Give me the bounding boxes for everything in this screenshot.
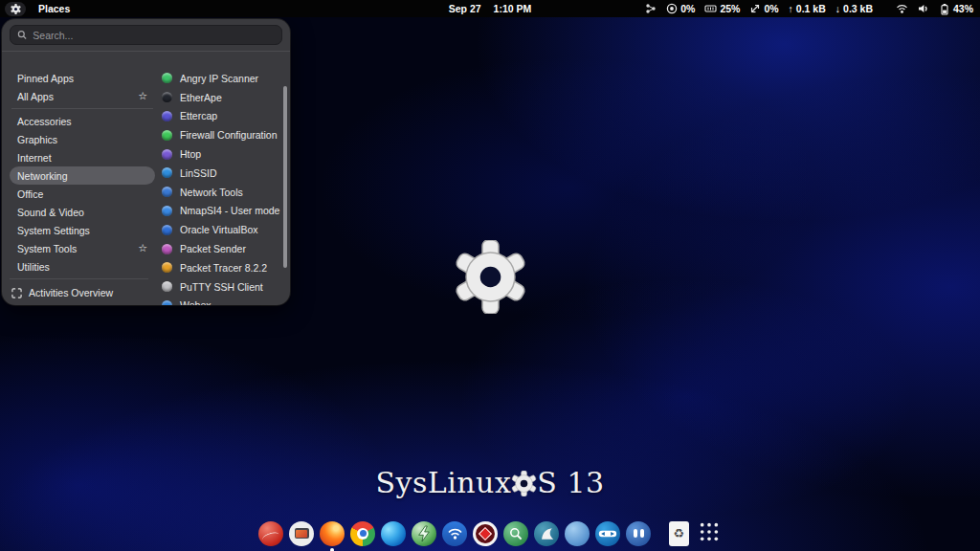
packet-sender-icon xyxy=(162,244,172,254)
menu-category-sound-video[interactable]: Sound & Video xyxy=(10,203,155,221)
edge-icon xyxy=(381,521,406,546)
network-nodes-icon xyxy=(645,3,657,14)
menu-app-packet-tracer[interactable]: Packet Tracer 8.2.2 xyxy=(160,258,281,277)
dock-item-teamviewer[interactable] xyxy=(595,518,621,548)
dock-item-app-grid[interactable] xyxy=(697,518,723,548)
app-list-scrollbar[interactable] xyxy=(283,86,287,268)
tray-net-down[interactable]: ↓ 0.3 kB xyxy=(835,3,873,14)
tray-memory[interactable]: 25% xyxy=(704,3,740,14)
menu-app-angry-ip-scanner[interactable]: Angry IP Scanner xyxy=(160,69,281,88)
nmapsi4-icon xyxy=(162,206,172,216)
download-arrow-icon: ↓ xyxy=(835,3,840,14)
search-icon xyxy=(17,30,27,40)
menu-app-packet-sender[interactable]: Packet Sender xyxy=(160,239,281,258)
teamviewer-icon xyxy=(595,521,620,546)
remote-pause-app-icon xyxy=(626,521,651,546)
menu-app-network-tools[interactable]: Network Tools xyxy=(160,183,281,202)
menu-category-utilities[interactable]: Utilities xyxy=(10,257,155,276)
packet-tracer-icon xyxy=(162,262,172,273)
dock-item-firefox[interactable] xyxy=(320,518,345,548)
firefox-icon xyxy=(320,521,345,546)
virtualbox-icon xyxy=(162,225,172,235)
dock-item-scanner[interactable] xyxy=(503,518,529,548)
dock-item-display[interactable] xyxy=(289,518,315,548)
dock-item-packet-tracer[interactable] xyxy=(473,518,499,548)
search-input[interactable] xyxy=(33,30,275,41)
gear-icon xyxy=(511,471,537,496)
dock-item-lightning[interactable] xyxy=(412,518,437,548)
tray-net-up[interactable]: ↑ 0.1 kB xyxy=(789,3,826,14)
divider xyxy=(11,108,153,109)
menu-app-virtualbox[interactable]: Oracle VirtualBox xyxy=(160,220,281,239)
lightning-app-icon xyxy=(412,521,436,546)
divider xyxy=(10,278,148,279)
tray-volume[interactable] xyxy=(918,3,929,14)
tray-battery[interactable]: 43% xyxy=(939,3,973,15)
menu-category-all-apps[interactable]: All Apps ☆ xyxy=(10,87,155,105)
applications-menu-button[interactable] xyxy=(5,2,26,16)
menu-category-internet[interactable]: Internet xyxy=(10,148,155,166)
menu-category-system-tools[interactable]: System Tools ☆ xyxy=(10,239,155,257)
menu-category-office[interactable]: Office xyxy=(10,185,155,203)
network-tools-icon xyxy=(162,187,172,197)
menu-app-putty[interactable]: PuTTY SSH Client xyxy=(160,277,281,297)
dock-item-blue-app[interactable] xyxy=(565,518,590,548)
blue-app-icon xyxy=(565,521,590,546)
tray-swap[interactable]: 0% xyxy=(749,3,778,14)
wireshark-icon xyxy=(534,521,559,546)
battery-icon xyxy=(939,3,950,15)
brand-suffix: S 13 xyxy=(537,466,604,499)
menu-category-graphics[interactable]: Graphics xyxy=(10,130,155,148)
wifi-icon xyxy=(896,3,908,14)
menu-app-linssid[interactable]: LinSSID xyxy=(160,164,281,183)
dock-item-trash[interactable]: ♻ xyxy=(666,518,692,548)
red-sphere-app-icon xyxy=(258,521,283,546)
menu-app-nmapsi4[interactable]: NmapSI4 - User mode xyxy=(160,202,281,221)
trash-icon: ♻ xyxy=(669,521,689,546)
tray-cpu[interactable]: 0% xyxy=(666,3,695,14)
star-icon: ☆ xyxy=(138,242,147,254)
memory-icon xyxy=(704,3,717,14)
search-bar[interactable] xyxy=(10,25,282,45)
menu-category-networking[interactable]: Networking xyxy=(10,166,155,185)
gear-icon xyxy=(11,4,21,14)
places-menu[interactable]: Places xyxy=(38,3,70,14)
dock: ♻ xyxy=(0,518,980,548)
menu-category-system-settings[interactable]: System Settings xyxy=(10,221,155,239)
brand-prefix: SysLinux xyxy=(375,466,511,499)
activities-overview-icon xyxy=(11,288,22,298)
dock-item-wifi[interactable] xyxy=(442,518,468,548)
activities-overview-button[interactable]: Activities Overview xyxy=(11,287,113,298)
panel-time: 1:10 PM xyxy=(494,3,532,14)
menu-category-accessories[interactable]: Accessories xyxy=(10,112,155,130)
webex-icon xyxy=(162,300,172,305)
htop-icon xyxy=(162,149,172,160)
red-diamond-app-icon xyxy=(473,521,498,546)
top-panel: Places Sep 27 1:10 PM 0% 25 xyxy=(0,0,980,17)
ettercap-icon xyxy=(162,111,172,121)
dock-item-edge[interactable] xyxy=(381,518,407,548)
gear-logo xyxy=(454,240,527,314)
menu-app-etherape[interactable]: EtherApe xyxy=(160,88,281,107)
panel-date: Sep 27 xyxy=(449,3,481,14)
star-icon: ☆ xyxy=(138,90,147,102)
category-list: Pinned Apps All Apps ☆ Accessories Graph… xyxy=(10,69,155,276)
display-app-icon xyxy=(289,521,314,546)
tray-network-nodes[interactable] xyxy=(645,3,657,14)
magnifier-app-icon xyxy=(503,521,528,546)
menu-app-htop[interactable]: Htop xyxy=(160,144,281,164)
dock-item-remote-app[interactable] xyxy=(626,518,652,548)
menu-app-webex[interactable]: Webex xyxy=(160,297,281,305)
dock-item-chrome[interactable] xyxy=(350,518,376,548)
applications-menu: Pinned Apps All Apps ☆ Accessories Graph… xyxy=(2,19,290,305)
app-grid-icon xyxy=(699,521,720,546)
dock-item-red-sphere[interactable] xyxy=(258,518,284,548)
dock-item-wireshark[interactable] xyxy=(534,518,560,548)
menu-category-pinned-apps[interactable]: Pinned Apps xyxy=(10,69,155,87)
menu-app-ettercap[interactable]: Ettercap xyxy=(160,107,281,126)
putty-icon xyxy=(162,281,172,292)
app-list: Angry IP Scanner EtherApe Ettercap Firew… xyxy=(160,69,281,305)
menu-app-firewall-configuration[interactable]: Firewall Configuration xyxy=(160,125,281,144)
tray-wifi[interactable] xyxy=(896,3,908,14)
wifi-analyzer-app-icon xyxy=(442,521,467,546)
